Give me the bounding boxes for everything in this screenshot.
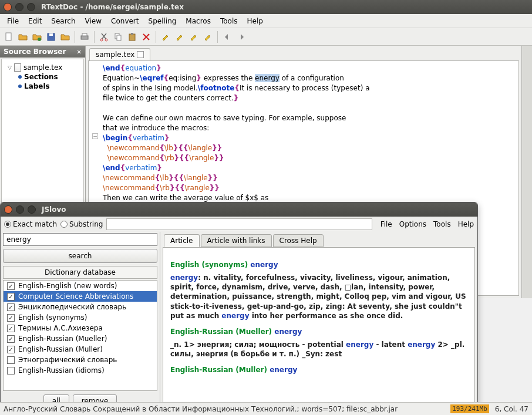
dictionary-label: Термины А.С.Ахиезера (18, 324, 103, 332)
dictionary-row[interactable]: ✓English-Russian (Mueller) (4, 333, 157, 344)
open-recent-icon[interactable] (31, 31, 43, 43)
tree-node-label: Sections (24, 73, 58, 81)
dictionary-row[interactable]: Этнографический словарь (4, 355, 157, 365)
menu-macros[interactable]: Macros (181, 15, 216, 27)
checkbox-icon[interactable]: ✓ (7, 303, 15, 311)
substring-radio[interactable]: Substring (60, 220, 103, 228)
dictionary-list[interactable]: ✓English-English (new words)✓Computer Sc… (3, 280, 157, 391)
editor-tab-sample[interactable]: sample.tex (89, 48, 150, 60)
checkbox-icon[interactable] (7, 356, 15, 364)
main-window-titlebar: RTextDoc - /home/sergei/sample.tex (0, 0, 532, 14)
lookup-input[interactable] (3, 233, 157, 246)
window-close-icon[interactable] (4, 3, 12, 11)
tab-article[interactable]: Article (164, 234, 200, 247)
checkbox-icon[interactable]: ✓ (7, 282, 15, 290)
checkbox-icon[interactable]: ✓ (7, 293, 15, 301)
tab-cross-help[interactable]: Cross Help (273, 234, 324, 247)
paste-icon[interactable] (126, 31, 139, 43)
right-tab-strip[interactable] (521, 46, 532, 298)
undo-icon[interactable] (221, 31, 234, 43)
substring-label: Substring (69, 220, 103, 228)
tree-sections-node[interactable]: Sections (8, 72, 81, 82)
print-icon[interactable] (78, 31, 91, 43)
exact-match-label: Exact match (13, 220, 57, 228)
checkbox-icon[interactable]: ✓ (7, 314, 15, 322)
tree-collapse-icon[interactable]: ▽ (8, 65, 12, 70)
copy-icon[interactable] (112, 31, 124, 43)
save-all-icon[interactable] (59, 31, 72, 43)
menu-tools[interactable]: Tools (216, 15, 243, 27)
checkbox-icon[interactable]: ✓ (7, 325, 15, 332)
bullet-icon (18, 85, 22, 88)
svg-rect-3 (49, 33, 53, 36)
main-toolbar (0, 28, 532, 46)
menu-search[interactable]: Search (46, 15, 80, 27)
jslovo-menu-tools[interactable]: Tools (433, 220, 451, 228)
tab-article-links[interactable]: Article with links (201, 234, 272, 247)
result-term: energy (270, 366, 297, 374)
menu-help[interactable]: Help (243, 15, 268, 27)
delete-icon[interactable] (140, 31, 153, 43)
tab-label: sample.tex (96, 50, 134, 59)
tree-file-node[interactable]: ▽ sample.tex (8, 63, 81, 72)
svg-rect-4 (81, 36, 88, 39)
svg-rect-11 (131, 33, 133, 35)
dictionary-row[interactable]: ✓Computer Science Abbreviations (4, 291, 157, 302)
dictionary-label: Computer Science Abbreviations (18, 292, 133, 301)
jslovo-close-icon[interactable] (4, 205, 12, 214)
svg-rect-5 (82, 33, 87, 36)
jslovo-title: JSlovo (42, 205, 66, 214)
dictionary-label: English (synonyms) (18, 313, 87, 322)
dictionary-row[interactable]: ✓English (synonyms) (4, 312, 157, 323)
radio-icon (60, 221, 68, 228)
status-bar: Англо-Русский Словарь Сокращений в Облас… (0, 402, 532, 415)
jslovo-minimize-icon[interactable] (16, 205, 24, 214)
dictionary-row[interactable]: ✓Термины А.С.Ахиезера (4, 323, 157, 333)
sidebar-close-icon[interactable]: ✕ (77, 49, 82, 55)
menu-file[interactable]: File (2, 15, 23, 27)
document-icon (14, 63, 21, 72)
window-minimize-icon[interactable] (15, 3, 23, 11)
save-icon[interactable] (45, 31, 58, 43)
checkbox-icon[interactable] (7, 367, 15, 374)
checkbox-icon[interactable]: ✓ (7, 335, 15, 343)
menu-edit[interactable]: Edit (23, 15, 46, 27)
dictionary-label: Этнографический словарь (18, 356, 117, 364)
jslovo-menu-help[interactable]: Help (458, 220, 474, 228)
svg-rect-9 (117, 35, 121, 41)
window-maximize-icon[interactable] (27, 3, 35, 11)
jslovo-menu-file[interactable]: File (381, 220, 392, 228)
svg-rect-10 (129, 34, 135, 41)
checkbox-icon[interactable]: ✓ (7, 346, 15, 353)
dictionary-row[interactable]: ✓English-Russian (Muller) (4, 344, 157, 355)
new-file-icon[interactable] (2, 31, 15, 43)
tree-labels-node[interactable]: Labels (8, 82, 81, 91)
redo-icon[interactable] (235, 31, 248, 43)
jslovo-maximize-icon[interactable] (28, 205, 36, 214)
jslovo-menu-options[interactable]: Options (399, 220, 426, 228)
dictionary-row[interactable]: English-Russian (idioms) (4, 365, 157, 376)
menu-convert[interactable]: Convert (106, 15, 143, 27)
dictionary-label: English-Russian (idioms) (18, 366, 105, 374)
menu-view[interactable]: View (80, 15, 106, 27)
dictionary-row[interactable]: ✓English-English (new words) (4, 281, 157, 291)
highlight-1-icon[interactable] (159, 31, 172, 43)
result-body[interactable]: English (synonyms) energy energy: n. vit… (163, 247, 475, 407)
search-button[interactable]: search (3, 249, 157, 263)
result-term: energy (250, 261, 278, 269)
highlight-3-icon[interactable] (187, 31, 200, 43)
dictionary-label: English-Russian (Muller) (18, 345, 103, 353)
dictionary-row[interactable]: ✓Энциклопедический словарь (4, 302, 157, 312)
cut-icon[interactable] (97, 31, 110, 43)
memory-usage: 193/241Mb (450, 404, 489, 413)
result-dict-name: English-Russian (Muller) (170, 366, 270, 374)
cursor-position: 6, Col. 47 (495, 405, 528, 413)
open-file-icon[interactable] (16, 31, 29, 43)
jslovo-top-input[interactable] (106, 218, 372, 230)
dictionary-label: Энциклопедический словарь (18, 303, 126, 311)
highlight-2-icon[interactable] (173, 31, 186, 43)
highlight-4-icon[interactable] (201, 31, 214, 43)
menu-spelling[interactable]: Spelling (144, 15, 181, 27)
exact-match-radio[interactable]: Exact match (4, 220, 57, 228)
result-dict-name: English (synonyms) (170, 261, 250, 269)
